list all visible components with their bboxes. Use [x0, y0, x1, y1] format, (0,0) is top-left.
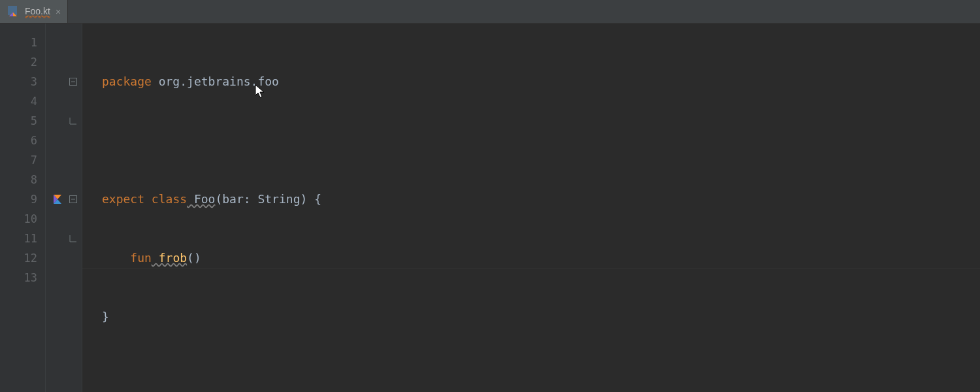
line-number: 12: [0, 248, 37, 268]
line-number: 4: [0, 91, 37, 111]
line-number: 5: [0, 111, 37, 131]
gutter-marker-column: [46, 24, 69, 392]
editor-tabbar: Foo.kt ×: [0, 0, 980, 24]
file-tab[interactable]: Foo.kt ×: [0, 0, 68, 23]
code-line[interactable]: package org.jetbrains.foo: [102, 72, 980, 91]
close-tab-icon[interactable]: ×: [56, 7, 61, 17]
code-text: }: [102, 310, 109, 323]
fold-end-icon[interactable]: [69, 111, 82, 131]
line-number: 6: [0, 131, 37, 150]
line-number: 11: [0, 229, 37, 248]
code-editor[interactable]: 1 2 3 4 5 6 7 8 9 10 11 12 13: [0, 24, 980, 392]
keyword: class: [144, 192, 187, 206]
line-number: 10: [0, 209, 37, 229]
line-number: 13: [0, 268, 37, 287]
line-number: 1: [0, 33, 37, 52]
fold-toggle-icon[interactable]: [69, 72, 82, 91]
fold-end-icon[interactable]: [69, 229, 82, 248]
code-line[interactable]: [102, 131, 980, 150]
fold-toggle-icon[interactable]: [69, 189, 82, 209]
keyword: expect: [102, 192, 144, 206]
code-text: (bar: String) {: [215, 192, 321, 206]
code-line[interactable]: }: [102, 307, 980, 327]
line-number: 9: [0, 189, 37, 209]
line-number: 8: [0, 170, 37, 189]
run-gutter-icon[interactable]: [46, 189, 69, 209]
code-line[interactable]: fun frob(): [102, 248, 980, 268]
line-number: 7: [0, 150, 37, 170]
keyword: fun: [130, 251, 152, 265]
line-number: 2: [0, 52, 37, 72]
function-name: frob: [152, 251, 187, 265]
code-line[interactable]: expect class Foo(bar: String) {: [102, 189, 980, 209]
fold-column: [69, 24, 82, 392]
code-line[interactable]: [102, 366, 980, 385]
file-tab-label: Foo.kt: [25, 6, 50, 17]
line-number: 3: [0, 72, 37, 91]
code-area[interactable]: package org.jetbrains.foo expect class F…: [82, 24, 980, 392]
code-text: (): [187, 251, 201, 265]
package-name: org.jetbrains.foo: [152, 74, 279, 88]
kotlin-file-icon: [8, 6, 20, 18]
class-name: Foo: [187, 192, 215, 206]
line-number-gutter: 1 2 3 4 5 6 7 8 9 10 11 12 13: [0, 24, 46, 392]
keyword: package: [102, 74, 152, 88]
caret-line-divider: [82, 268, 980, 269]
